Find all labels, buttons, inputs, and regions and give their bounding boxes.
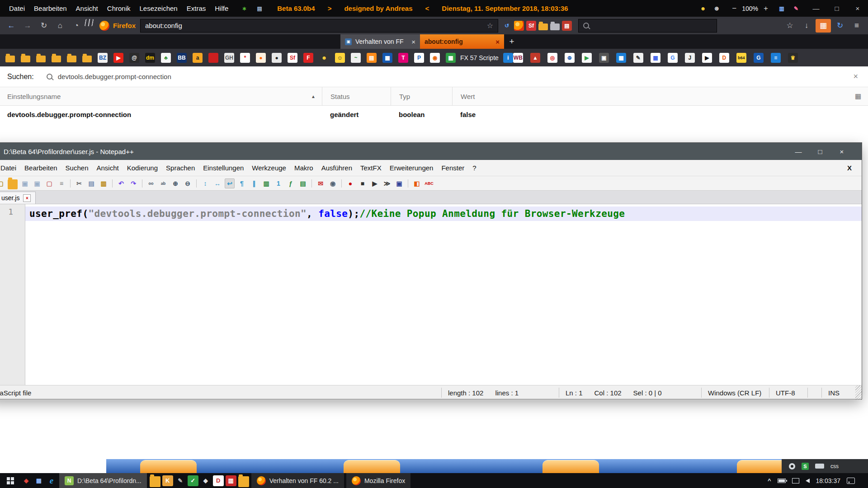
folder-gray-icon[interactable] [550,23,560,30]
function-list-icon[interactable]: ƒ [286,178,296,188]
bookmark-folder[interactable] [67,56,76,62]
tab-label[interactable]: user.js [1,194,19,202]
notepad-menu-item[interactable]: Werkzeuge [248,164,290,172]
addon-green-icon[interactable]: ∗ [239,4,249,14]
notepad-close-button[interactable]: × [831,143,853,160]
bookmark-folder[interactable] [36,56,46,62]
bm-g2[interactable]: G [754,53,764,63]
clear-search-icon[interactable]: × [853,72,861,81]
bookmark-folder[interactable] [21,56,30,62]
bm-grid[interactable]: ▦ [651,53,660,63]
column-label[interactable]: Einstellungsname [7,93,61,100]
bm-pencil[interactable]: ✎ [633,53,643,63]
eye-icon[interactable]: ◉ [328,178,338,188]
open-icon[interactable] [8,179,18,189]
tray-expand-icon[interactable]: ^ [768,477,771,484]
page-icon[interactable]: ▤ [255,4,264,14]
bm-camera[interactable]: ▣ [599,53,609,63]
display-icon[interactable] [792,478,799,483]
tab-close-icon[interactable]: × [495,38,500,46]
column-header-wert[interactable]: Wert [452,87,848,105]
history-icon[interactable]: ◔ [69,19,84,33]
bm-gh[interactable]: GH [224,53,234,63]
bm-sf[interactable]: Sf [288,53,297,63]
bm-smiley-dark[interactable]: ☻ [319,53,329,63]
bm-play-green[interactable]: ▶ [582,53,592,63]
bm-crown[interactable]: ♛ [788,53,798,63]
home-icon[interactable]: ⌂ [52,19,68,33]
bm-bird[interactable]: ▶ [702,53,712,63]
quill-icon[interactable]: ✎ [175,475,186,486]
window-maximize-button[interactable]: □ [826,0,847,17]
photos-folder-icon[interactable] [238,476,249,487]
bm-asterisk[interactable]: * [240,53,250,63]
column-header-status[interactable]: Status [322,87,391,105]
notepad-doc-close-icon[interactable]: X [847,164,862,172]
save-macro-icon[interactable]: ▣ [394,178,404,188]
menubar-item[interactable]: Chronik [103,5,135,12]
notification-center-icon[interactable] [847,478,855,484]
new-tab-button[interactable]: + [504,34,519,49]
bm-orange-ring[interactable]: ◉ [430,53,440,63]
indent-guide-icon[interactable]: ∥ [249,178,259,188]
url-bar[interactable]: about:config ☆ [140,19,498,33]
url-value[interactable]: about:config [145,22,182,29]
sort-ascending-icon[interactable]: ▲ [311,94,322,99]
notepad-editor[interactable]: 1 user_pref("devtools.debugger.prompt-co… [0,204,862,385]
notepad-menu-item[interactable]: Fenster [437,164,468,172]
tab-close-icon[interactable]: × [23,194,31,202]
sync-v-icon[interactable]: ↕ [200,178,210,188]
toolbar-separator[interactable] [311,179,312,188]
pinned-app2-icon[interactable]: ▩ [33,475,44,486]
notes-icon[interactable]: ▤ [562,21,572,31]
zoom-in-icon[interactable]: ⊕ [170,178,180,188]
notepad-menu-item[interactable]: Suchen [61,164,93,172]
bm-bb[interactable]: BB [177,53,187,63]
bm-p[interactable]: P [414,53,424,63]
bm-dm[interactable]: dm [145,53,155,63]
save-icon[interactable]: ▣ [20,178,30,188]
notepad-menu-item[interactable]: Sprachen [162,164,199,172]
stop-macro-icon[interactable]: ■ [358,178,368,188]
bm-people[interactable]: ▲ [530,53,540,63]
forward-icon[interactable]: → [20,19,35,33]
dark-app-icon[interactable]: ◆ [200,475,211,486]
column-label[interactable]: Status [330,93,350,100]
notepad-minimize-button[interactable]: — [788,143,809,160]
notepad-maximize-button[interactable]: □ [809,143,831,160]
notepad-tab-userjs[interactable]: user.js × [0,192,36,204]
toolbar-separator[interactable] [70,179,71,188]
gear-icon[interactable]: ⊛ [712,4,722,14]
bookmarks-folder-label[interactable]: FX 57 Scripte [460,54,499,61]
find-icon[interactable]: oo [146,178,156,188]
bm-d[interactable]: D [719,53,729,63]
bm-orange-dot[interactable]: ● [256,53,266,63]
bm-wb[interactable]: WB [513,53,523,63]
toolbar-separator[interactable] [142,179,142,188]
fx-scripts-table-icon[interactable]: ▦ [446,53,456,63]
info-icon[interactable]: i [503,53,513,63]
search-bar[interactable] [578,19,717,33]
window-minimize-button[interactable]: — [806,0,826,17]
bm-telekom[interactable]: T [398,53,408,63]
bm-wave[interactable]: ~ [351,53,361,63]
bookmark-folder[interactable] [52,56,61,62]
notepad-menu-item[interactable]: Erweiterungen [386,164,438,172]
bm-at[interactable]: @ [129,53,139,63]
column-label[interactable]: Wert [461,93,475,100]
taskbar-button-label[interactable]: D:\Beta 64\Profilordn... [77,477,142,484]
cut-icon[interactable]: ✂ [74,178,84,188]
close-doc-icon[interactable]: ▢ [44,178,54,188]
notepad-menu-item[interactable]: Kodierung [123,164,162,172]
trim-icon[interactable]: ◧ [412,178,422,188]
bm-bz[interactable]: BZ [98,53,108,63]
d-app-icon[interactable]: D [213,475,224,486]
resize-grip[interactable] [855,385,862,400]
copy-icon[interactable]: ▤ [86,178,96,188]
toolbar-separator[interactable] [112,179,113,188]
status-eol-format[interactable]: Windows (CR LF) [701,388,769,398]
play-macro-icon[interactable]: ▶ [370,178,380,188]
taskbar-button-label[interactable]: Verhalten von FF 60.2 ... [269,477,339,484]
bm-table-blue[interactable]: ▦ [616,53,626,63]
start-button[interactable] [0,473,21,488]
